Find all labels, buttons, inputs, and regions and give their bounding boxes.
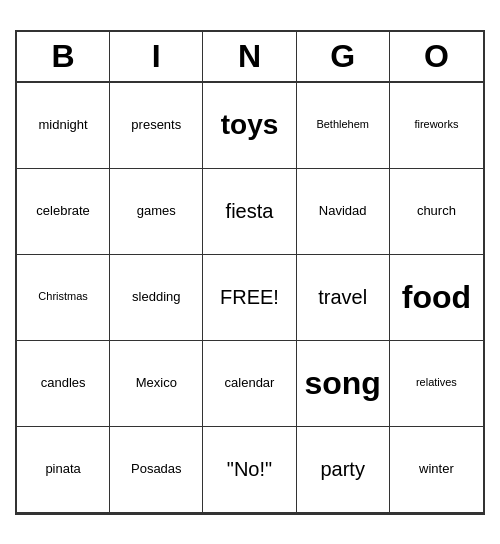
cell-text: toys (221, 108, 279, 142)
cell-text: Posadas (131, 461, 182, 477)
header-cell: O (390, 32, 483, 81)
cell-text: FREE! (220, 285, 279, 309)
cell-text: celebrate (36, 203, 89, 219)
bingo-cell: calendar (203, 341, 296, 427)
bingo-cell: games (110, 169, 203, 255)
header-cell: I (110, 32, 203, 81)
bingo-cell: candles (17, 341, 110, 427)
cell-text: fireworks (414, 118, 458, 131)
bingo-cell: sledding (110, 255, 203, 341)
cell-text: sledding (132, 289, 180, 305)
cell-text: song (304, 364, 380, 402)
bingo-cell: song (297, 341, 390, 427)
bingo-cell: travel (297, 255, 390, 341)
bingo-cell: fireworks (390, 83, 483, 169)
bingo-cell: winter (390, 427, 483, 513)
cell-text: Christmas (38, 290, 88, 303)
bingo-cell: midnight (17, 83, 110, 169)
cell-text: Bethlehem (316, 118, 369, 131)
cell-text: games (137, 203, 176, 219)
header-cell: G (297, 32, 390, 81)
cell-text: travel (318, 285, 367, 309)
bingo-cell: toys (203, 83, 296, 169)
cell-text: midnight (39, 117, 88, 133)
bingo-cell: Bethlehem (297, 83, 390, 169)
bingo-cell: FREE! (203, 255, 296, 341)
cell-text: pinata (45, 461, 80, 477)
bingo-cell: pinata (17, 427, 110, 513)
bingo-cell: celebrate (17, 169, 110, 255)
bingo-card: BINGO midnightpresentstoysBethlehemfirew… (15, 30, 485, 515)
bingo-cell: Mexico (110, 341, 203, 427)
bingo-cell: "No!" (203, 427, 296, 513)
cell-text: fiesta (226, 199, 274, 223)
header-cell: N (203, 32, 296, 81)
cell-text: party (320, 457, 364, 481)
cell-text: relatives (416, 376, 457, 389)
header-cell: B (17, 32, 110, 81)
bingo-cell: fiesta (203, 169, 296, 255)
bingo-cell: Navidad (297, 169, 390, 255)
cell-text: food (402, 278, 471, 316)
cell-text: "No!" (227, 457, 272, 481)
bingo-cell: relatives (390, 341, 483, 427)
bingo-cell: Christmas (17, 255, 110, 341)
bingo-cell: church (390, 169, 483, 255)
bingo-header: BINGO (17, 32, 483, 83)
cell-text: calendar (225, 375, 275, 391)
bingo-cell: food (390, 255, 483, 341)
cell-text: winter (419, 461, 454, 477)
bingo-cell: Posadas (110, 427, 203, 513)
cell-text: Mexico (136, 375, 177, 391)
bingo-grid: midnightpresentstoysBethlehemfireworksce… (17, 83, 483, 513)
cell-text: church (417, 203, 456, 219)
cell-text: Navidad (319, 203, 367, 219)
cell-text: candles (41, 375, 86, 391)
bingo-cell: presents (110, 83, 203, 169)
bingo-cell: party (297, 427, 390, 513)
cell-text: presents (131, 117, 181, 133)
